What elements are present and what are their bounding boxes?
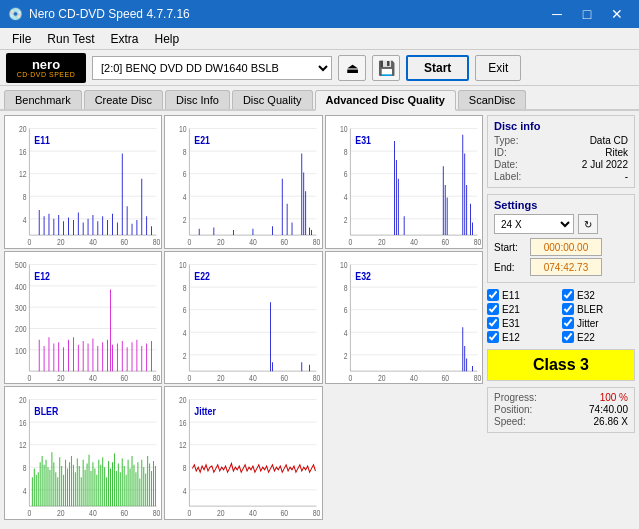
svg-text:4: 4 [183,192,187,202]
speed-select[interactable]: 24 X 4 X 8 X 16 X 32 X Max [494,214,574,234]
svg-rect-173 [326,252,482,384]
svg-text:80: 80 [153,373,161,383]
svg-text:0: 0 [188,509,192,519]
svg-text:20: 20 [217,237,225,247]
svg-text:20: 20 [378,237,386,247]
tab-create-disc[interactable]: Create Disc [84,90,163,109]
menu-file[interactable]: File [4,30,39,48]
checkbox-e11[interactable] [487,289,499,301]
svg-text:8: 8 [183,147,187,157]
svg-text:8: 8 [183,283,187,293]
eject-button[interactable]: ⏏ [338,55,366,81]
svg-text:40: 40 [410,237,418,247]
svg-text:10: 10 [179,124,187,134]
label-e31: E31 [502,318,520,329]
charts-area: 20 16 12 8 4 0 20 40 60 80 E11 [4,115,483,520]
svg-text:100: 100 [15,345,27,355]
progress-label: Progress: [494,392,537,403]
disc-id-row: ID: Ritek [494,147,628,158]
progress-box: Progress: 100 % Position: 74:40.00 Speed… [487,387,635,433]
menu-run-test[interactable]: Run Test [39,30,102,48]
tab-disc-info[interactable]: Disc Info [165,90,230,109]
checkbox-e21[interactable] [487,303,499,315]
refresh-button[interactable]: ↻ [578,214,598,234]
disc-date-label: Date: [494,159,518,170]
label-e32: E32 [577,290,595,301]
menu-help[interactable]: Help [147,30,188,48]
svg-text:60: 60 [441,237,449,247]
maximize-button[interactable]: □ [573,4,601,24]
checkbox-e32[interactable] [562,289,574,301]
start-label: Start: [494,242,526,253]
svg-text:400: 400 [15,281,27,291]
title-bar-text: Nero CD-DVD Speed 4.7.7.16 [29,7,190,21]
end-label: End: [494,262,526,273]
speed-value: 26.86 X [594,416,628,427]
svg-text:6: 6 [183,305,187,315]
checkbox-e22[interactable] [562,331,574,343]
menu-extra[interactable]: Extra [102,30,146,48]
tab-advanced-disc-quality[interactable]: Advanced Disc Quality [315,90,456,111]
svg-text:10: 10 [340,124,348,134]
svg-text:8: 8 [343,283,347,293]
svg-text:80: 80 [313,373,321,383]
tab-scan-disc[interactable]: ScanDisc [458,90,526,109]
disc-label-value: - [625,171,628,182]
svg-text:40: 40 [249,509,257,519]
start-time-row: Start: [494,238,628,256]
svg-text:40: 40 [89,237,97,247]
svg-text:4: 4 [183,328,187,338]
check-e32: E32 [562,289,635,301]
chart-e32: 10 8 6 4 2 0 20 40 60 80 E32 [325,251,483,385]
svg-text:80: 80 [313,509,321,519]
progress-row: Progress: 100 % [494,392,628,403]
position-value: 74:40.00 [589,404,628,415]
svg-rect-279 [165,387,321,519]
svg-text:20: 20 [179,396,187,406]
check-e22: E22 [562,331,635,343]
chart-e12: 500 400 300 200 100 0 20 40 60 80 E12 [4,251,162,385]
start-time-input[interactable] [530,238,602,256]
svg-text:20: 20 [217,373,225,383]
svg-text:E32: E32 [355,269,371,281]
disc-id-value: Ritek [605,147,628,158]
svg-text:20: 20 [57,509,65,519]
checkbox-bler[interactable] [562,303,574,315]
checkbox-jitter[interactable] [562,317,574,329]
svg-text:0: 0 [28,509,32,519]
end-time-input[interactable] [530,258,602,276]
svg-text:40: 40 [89,373,97,383]
chart-e11: 20 16 12 8 4 0 20 40 60 80 E11 [4,115,162,249]
settings-box: Settings 24 X 4 X 8 X 16 X 32 X Max ↻ St… [487,194,635,283]
svg-text:300: 300 [15,303,27,313]
nero-logo: nero CD·DVD SPEED [6,53,86,83]
menu-bar: File Run Test Extra Help [0,28,639,50]
drive-select[interactable]: [2:0] BENQ DVD DD DW1640 BSLB [92,56,332,80]
svg-rect-150 [165,252,321,384]
exit-button[interactable]: Exit [475,55,521,81]
svg-text:40: 40 [249,237,257,247]
svg-text:500: 500 [15,260,27,270]
svg-text:60: 60 [281,373,289,383]
svg-text:E12: E12 [34,269,50,281]
check-e11: E11 [487,289,560,301]
main-content: 20 16 12 8 4 0 20 40 60 80 E11 [0,111,639,524]
svg-text:4: 4 [23,486,27,496]
label-e22: E22 [577,332,595,343]
save-button[interactable]: 💾 [372,55,400,81]
speed-row: 24 X 4 X 8 X 16 X 32 X Max ↻ [494,214,628,234]
svg-text:12: 12 [19,170,27,180]
tab-benchmark[interactable]: Benchmark [4,90,82,109]
svg-text:10: 10 [340,260,348,270]
checkbox-e31[interactable] [487,317,499,329]
svg-text:0: 0 [188,373,192,383]
tab-disc-quality[interactable]: Disc Quality [232,90,313,109]
start-button[interactable]: Start [406,55,469,81]
disc-info-title: Disc info [494,120,628,132]
svg-text:80: 80 [153,509,161,519]
app-icon: 💿 [8,7,23,21]
close-button[interactable]: ✕ [603,4,631,24]
minimize-button[interactable]: ─ [543,4,571,24]
svg-text:4: 4 [343,192,347,202]
checkbox-e12[interactable] [487,331,499,343]
